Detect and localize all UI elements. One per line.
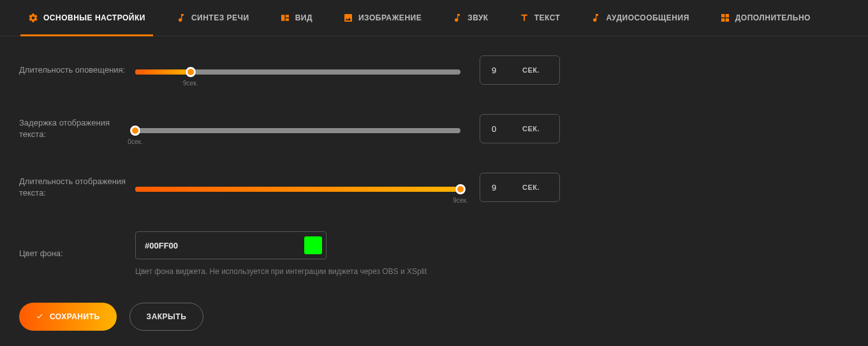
value-text-delay[interactable]: 0 СЕК. <box>480 114 560 143</box>
close-button-label: ЗАКРЫТЬ <box>147 312 187 321</box>
gear-icon <box>28 13 38 23</box>
music-icon <box>176 13 186 23</box>
slider-tick-label: 9сек. <box>453 197 467 204</box>
row-text-delay: Задержка отображения текста: 0сек. 0 СЕК… <box>19 114 842 143</box>
tab-label: ИЗОБРАЖЕНИЕ <box>358 13 422 22</box>
value-unit: СЕК. <box>520 66 559 74</box>
row-text-duration: Длительность отображения текста: 9сек. 9… <box>19 173 842 202</box>
image-icon <box>343 13 353 23</box>
slider-tick-label: 9сек. <box>183 80 198 87</box>
slider-text-duration[interactable]: 9сек. <box>135 183 460 192</box>
label-text-delay: Задержка отображения текста: <box>19 117 135 140</box>
save-button[interactable]: СОХРАНИТЬ <box>19 303 117 331</box>
slider-track <box>135 69 460 75</box>
tab-label: ТЕКСТ <box>534 13 561 22</box>
check-icon <box>36 312 43 322</box>
label-text-duration: Длительность отображения текста: <box>19 176 135 198</box>
tab-0[interactable]: ОСНОВНЫЕ НАСТРОЙКИ <box>26 13 148 36</box>
value-text-duration[interactable]: 9 СЕК. <box>480 173 560 202</box>
tab-label: ДОПОЛНИТЕЛЬНО <box>735 13 811 22</box>
slider-track <box>135 128 460 133</box>
text-icon <box>519 13 529 23</box>
tab-label: ВИД <box>295 13 313 22</box>
grid-icon <box>720 13 730 23</box>
slider-thumb[interactable] <box>130 126 140 136</box>
tab-4[interactable]: ЗВУК <box>450 13 491 36</box>
value-alert-duration[interactable]: 9 СЕК. <box>480 55 560 85</box>
value-number: 9 <box>480 183 520 192</box>
row-alert-duration: Длительность оповещения: 9сек. 9 СЕК. <box>19 55 842 85</box>
layout-icon <box>280 13 290 23</box>
color-swatch[interactable] <box>304 236 322 254</box>
slider-text-delay[interactable]: 0сек. <box>135 124 460 133</box>
slider-fill <box>135 69 191 75</box>
tab-2[interactable]: ВИД <box>277 13 315 36</box>
slider-thumb[interactable] <box>455 184 466 194</box>
slider-thumb[interactable] <box>186 67 196 77</box>
tab-6[interactable]: АУДИОСООБЩЕНИЯ <box>588 13 691 36</box>
tab-7[interactable]: ДОПОЛНИТЕЛЬНО <box>717 13 813 36</box>
slider-tick-label: 0сек. <box>128 138 142 145</box>
music-icon <box>452 13 462 23</box>
color-hint: Цвет фона виджета. Не используется при и… <box>135 267 842 276</box>
row-bg-color: Цвет фона: Цвет фона виджета. Не использ… <box>19 231 842 276</box>
tab-label: СИНТЕЗ РЕЧИ <box>191 13 249 22</box>
value-number: 9 <box>480 66 520 75</box>
slider-alert-duration[interactable]: 9сек. <box>135 66 460 75</box>
tab-label: ОСНОВНЫЕ НАСТРОЙКИ <box>43 13 145 22</box>
value-unit: СЕК. <box>520 125 559 133</box>
save-button-label: СОХРАНИТЬ <box>50 312 100 321</box>
value-unit: СЕК. <box>520 184 559 191</box>
slider-fill <box>135 187 460 192</box>
label-bg-color: Цвет фона: <box>19 248 135 259</box>
close-button[interactable]: ЗАКРЫТЬ <box>129 303 204 331</box>
tab-label: ЗВУК <box>467 13 489 22</box>
tabs-bar: ОСНОВНЫЕ НАСТРОЙКИСИНТЕЗ РЕЧИВИДИЗОБРАЖЕ… <box>0 0 868 36</box>
tab-3[interactable]: ИЗОБРАЖЕНИЕ <box>341 13 424 36</box>
tab-5[interactable]: ТЕКСТ <box>517 13 563 36</box>
tab-label: АУДИОСООБЩЕНИЯ <box>606 13 689 22</box>
tab-1[interactable]: СИНТЕЗ РЕЧИ <box>173 13 252 36</box>
slider-track <box>135 187 460 192</box>
label-alert-duration: Длительность оповещения: <box>19 64 135 76</box>
color-text-field[interactable] <box>145 241 304 250</box>
value-number: 0 <box>480 124 520 134</box>
music-icon <box>591 13 601 23</box>
color-input[interactable] <box>135 231 327 259</box>
